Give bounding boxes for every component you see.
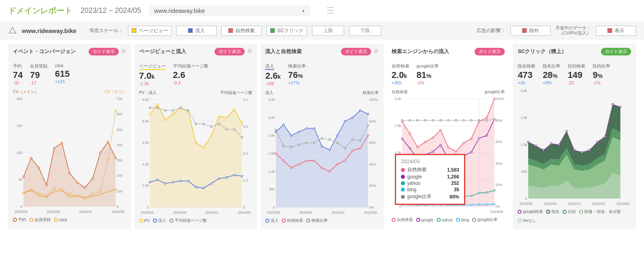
legend-item[interactable]: 平均回遊ページ数 bbox=[169, 218, 207, 223]
guide-button[interactable]: ガイド表示 bbox=[601, 48, 631, 55]
legend-item[interactable]: google検索 bbox=[518, 209, 543, 215]
legend-item[interactable]: 予約 bbox=[13, 217, 26, 223]
svg-text:80%: 80% bbox=[495, 119, 502, 123]
logo-icon bbox=[8, 26, 17, 35]
guide-button[interactable]: ガイド表示 bbox=[89, 48, 119, 55]
svg-text:20%: 20% bbox=[495, 183, 502, 187]
legend-item[interactable]: 検索比率 bbox=[306, 218, 328, 223]
svg-point-19 bbox=[30, 158, 32, 159]
metric-label: 自然検索 bbox=[392, 63, 409, 69]
svg-point-83 bbox=[218, 116, 220, 117]
y-axis-right-label: 平均回遊ページ数 bbox=[220, 90, 252, 96]
svg-point-200 bbox=[493, 98, 495, 100]
metric-value: 149 bbox=[568, 70, 585, 80]
legend-item[interactable]: 関連・領域・未分類 bbox=[579, 209, 621, 215]
svg-point-110 bbox=[226, 129, 227, 130]
upper-limit-box[interactable]: 上限 bbox=[312, 26, 344, 36]
panel-p3: 流入と自然検索ガイド表示⚙流入2.6k-156検索比率76%+17%流入検索比率… bbox=[260, 44, 384, 229]
metric-value: 9% bbox=[592, 70, 610, 80]
mid-month-value[interactable]: 表示 bbox=[596, 26, 636, 36]
scale-inflow[interactable]: 流入 bbox=[176, 26, 217, 36]
legend-item[interactable]: click bbox=[54, 217, 67, 223]
lower-limit-box[interactable]: 下限 bbox=[349, 26, 381, 36]
scale-sc-click[interactable]: SCクリック bbox=[266, 26, 307, 36]
gear-icon[interactable]: ⚙ bbox=[121, 48, 126, 54]
legend-item[interactable]: bing bbox=[456, 217, 469, 223]
chart-legend: PV流入平均回遊ページ数 bbox=[139, 218, 253, 223]
legend-item[interactable]: 流入 bbox=[153, 218, 166, 223]
legend-item[interactable]: google比率 bbox=[472, 217, 497, 223]
chart[interactable]: 2001501005007006005004003002001000 bbox=[13, 96, 126, 209]
svg-point-271 bbox=[581, 151, 583, 153]
svg-text:1.5k: 1.5k bbox=[394, 124, 401, 128]
legend-item[interactable]: kwなし bbox=[518, 218, 536, 223]
svg-point-52 bbox=[84, 196, 86, 198]
scale-pageview[interactable]: ページビュー bbox=[128, 26, 171, 36]
legend-item[interactable]: 会員登録 bbox=[29, 217, 51, 223]
legend-item[interactable]: google bbox=[416, 217, 433, 223]
svg-point-166 bbox=[329, 139, 330, 140]
svg-text:2.0k: 2.0k bbox=[394, 97, 401, 101]
svg-text:20%: 20% bbox=[369, 184, 376, 188]
legend-item[interactable]: 自然検索 bbox=[392, 217, 413, 223]
svg-point-44 bbox=[23, 192, 24, 194]
svg-point-212 bbox=[486, 135, 487, 136]
gear-icon[interactable]: ⚙ bbox=[374, 48, 379, 54]
svg-point-75 bbox=[157, 104, 158, 105]
metric-label: google比率 bbox=[417, 63, 439, 69]
svg-point-43 bbox=[115, 188, 116, 190]
svg-text:600: 600 bbox=[117, 112, 122, 116]
scale-natural-search[interactable]: 自然検索 bbox=[221, 26, 262, 36]
metric-value: 2.6 bbox=[173, 70, 208, 80]
svg-text:100: 100 bbox=[117, 189, 122, 193]
legend-item[interactable]: yahoo bbox=[437, 217, 453, 223]
svg-point-139 bbox=[321, 145, 323, 147]
gear-icon[interactable]: ⚙ bbox=[247, 48, 252, 54]
svg-point-91 bbox=[180, 180, 181, 182]
svg-point-22 bbox=[54, 147, 55, 149]
svg-text:200: 200 bbox=[117, 174, 122, 178]
svg-point-238 bbox=[486, 204, 487, 205]
svg-point-169 bbox=[352, 139, 353, 140]
metric: 指名検索473+35 bbox=[518, 63, 535, 85]
svg-point-243 bbox=[424, 120, 426, 121]
svg-text:0: 0 bbox=[399, 205, 401, 209]
svg-text:700: 700 bbox=[117, 97, 122, 101]
svg-point-273 bbox=[597, 141, 598, 143]
ad-influence-value[interactable]: 除外 bbox=[510, 26, 551, 36]
legend-item[interactable]: 流入 bbox=[265, 218, 279, 223]
svg-point-242 bbox=[417, 120, 418, 121]
svg-text:200: 200 bbox=[17, 97, 22, 101]
guide-button[interactable]: ガイド表示 bbox=[475, 48, 505, 55]
svg-text:0: 0 bbox=[273, 205, 275, 209]
tooltip-row: google1,266 bbox=[401, 174, 459, 180]
legend-item[interactable]: PV bbox=[139, 218, 150, 223]
svg-text:8.0k: 8.0k bbox=[142, 119, 149, 123]
hamburger-icon[interactable]: ☰ bbox=[326, 6, 334, 16]
svg-point-153 bbox=[329, 171, 330, 172]
svg-point-89 bbox=[164, 183, 166, 184]
metric: ページビュー7.0k-1.2k bbox=[139, 63, 166, 86]
scale-label: 等倍スケール： bbox=[89, 27, 123, 34]
guide-button[interactable]: ガイド表示 bbox=[341, 48, 371, 55]
legend-item[interactable]: 目的 bbox=[563, 209, 576, 215]
legend-item[interactable]: 自然検索 bbox=[282, 218, 303, 223]
svg-point-155 bbox=[344, 160, 346, 162]
metric-value: 473 bbox=[518, 70, 535, 80]
chart[interactable]: 2.0k1.5k1.0k5000 bbox=[518, 88, 631, 201]
svg-point-95 bbox=[210, 183, 212, 184]
svg-point-85 bbox=[233, 108, 235, 110]
chart[interactable]: 3.0k2.5k2.0k1.5k1.0k5000100%80%60%40%20%… bbox=[265, 97, 379, 210]
legend-item[interactable]: 指名 bbox=[546, 209, 559, 215]
svg-point-87 bbox=[149, 182, 151, 183]
svg-point-84 bbox=[226, 117, 227, 119]
svg-point-144 bbox=[359, 110, 361, 111]
guide-button[interactable]: ガイド表示 bbox=[215, 48, 245, 55]
svg-point-251 bbox=[486, 120, 487, 121]
chart[interactable]: 9.0k8.0k6.0k4.0k2.0k04.03.02.01.00 bbox=[139, 97, 253, 210]
chart[interactable]: 2.0k1.5k1.0k5000100%80%60%40%20%0%2024/0… bbox=[392, 96, 505, 209]
metric-value: 74 bbox=[13, 70, 23, 80]
domain-select[interactable]: www.rideaway.bike bbox=[149, 5, 310, 16]
panel-p4: 検索エンジンからの流入ガイド表示自然検索2.0k+355google比率81%-… bbox=[387, 44, 510, 229]
svg-point-252 bbox=[493, 119, 495, 120]
